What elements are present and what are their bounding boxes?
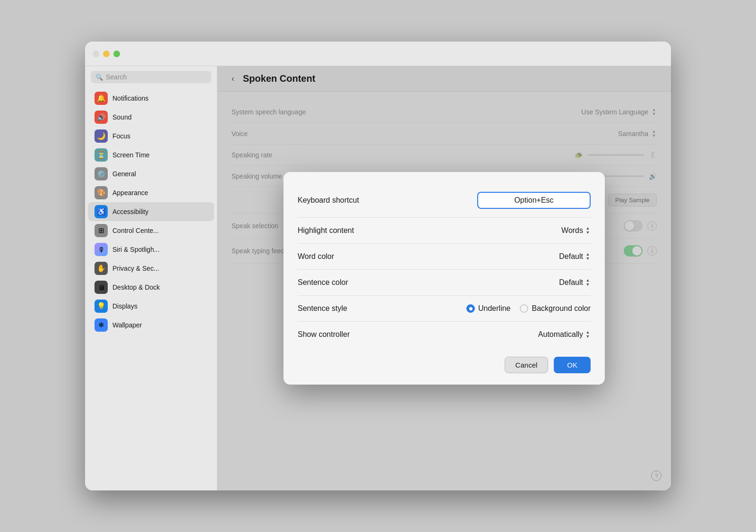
sidebar-item-desktop[interactable]: 🖥 Desktop & Dock [88, 278, 214, 297]
sentence-color-stepper-down[interactable]: ▼ [585, 283, 591, 287]
accessibility-icon: ♿ [94, 205, 108, 218]
desktop-icon: 🖥 [94, 281, 108, 294]
titlebar [85, 42, 671, 66]
sidebar-item-privacy[interactable]: ✋ Privacy & Sec... [88, 259, 214, 278]
appearance-icon: 🎨 [94, 186, 108, 199]
modal-highlight-content-label: Highlight content [298, 226, 354, 235]
modal-sentence-color-control[interactable]: Default ▲ ▼ [559, 278, 591, 287]
sidebar-item-notifications[interactable]: 🔔 Notifications [88, 89, 214, 108]
ok-button[interactable]: OK [554, 357, 591, 373]
sidebar-label-focus: Focus [112, 132, 130, 140]
screentime-icon: ⏳ [94, 148, 108, 162]
general-icon: ⚙️ [94, 167, 108, 180]
notifications-icon: 🔔 [94, 92, 108, 105]
highlight-stepper-down[interactable]: ▼ [585, 231, 591, 235]
underline-radio-circle[interactable] [466, 304, 475, 313]
modal-word-color-control[interactable]: Default ▲ ▼ [559, 252, 591, 261]
modal-sentence-style-label: Sentence style [298, 304, 347, 313]
sidebar-label-accessibility: Accessibility [112, 208, 148, 215]
sidebar-label-appearance: Appearance [112, 189, 148, 197]
modal-show-controller-label: Show controller [298, 330, 350, 339]
sidebar-label-general: General [112, 170, 136, 178]
show-controller-stepper-down[interactable]: ▼ [585, 335, 591, 339]
keyboard-shortcut-input[interactable] [477, 192, 591, 209]
displays-icon: 💡 [94, 300, 108, 313]
underline-radio-option[interactable]: Underline [466, 304, 510, 313]
modal-backdrop: Keyboard shortcut Highlight content Word… [217, 66, 671, 490]
window-body: 🔍 Search 🔔 Notifications 🔊 Sound 🌙 Focus… [85, 66, 671, 490]
show-controller-value: Automatically [538, 330, 583, 339]
sidebar-item-appearance[interactable]: 🎨 Appearance [88, 183, 214, 202]
wallpaper-icon: ❄ [94, 318, 108, 332]
word-color-stepper-down[interactable]: ▼ [585, 257, 591, 261]
main-content: ‹ Spoken Content System speech language … [217, 66, 671, 490]
modal-show-controller-control[interactable]: Automatically ▲ ▼ [538, 330, 591, 339]
modal-show-controller-row: Show controller Automatically ▲ ▼ [298, 322, 591, 347]
traffic-lights [93, 51, 120, 57]
sidebar-item-focus[interactable]: 🌙 Focus [88, 127, 214, 146]
modal-keyboard-shortcut-label: Keyboard shortcut [298, 196, 359, 205]
sidebar-item-accessibility[interactable]: ♿ Accessibility [88, 202, 214, 221]
sidebar-label-controlcenter: Control Cente... [112, 227, 159, 234]
main-window: 🔍 Search 🔔 Notifications 🔊 Sound 🌙 Focus… [85, 42, 671, 490]
background-color-radio-option[interactable]: Background color [520, 304, 591, 313]
maximize-button[interactable] [113, 51, 120, 57]
privacy-icon: ✋ [94, 262, 108, 275]
modal-sentence-color-label: Sentence color [298, 278, 348, 287]
sidebar-label-privacy: Privacy & Sec... [112, 265, 159, 272]
siri-icon: 🎙 [94, 243, 108, 256]
sidebar-item-general[interactable]: ⚙️ General [88, 164, 214, 183]
focus-icon: 🌙 [94, 129, 108, 143]
word-color-stepper[interactable]: ▲ ▼ [585, 253, 591, 261]
background-color-radio-circle[interactable] [520, 304, 528, 313]
sound-icon: 🔊 [94, 111, 108, 124]
modal-word-color-label: Word color [298, 252, 334, 261]
modal-keyboard-shortcut-row: Keyboard shortcut [298, 183, 591, 218]
sidebar-item-controlcenter[interactable]: ⊞ Control Cente... [88, 221, 214, 240]
highlight-content-value: Words [561, 226, 583, 235]
highlight-content-stepper[interactable]: ▲ ▼ [585, 227, 591, 235]
controlcenter-icon: ⊞ [94, 224, 108, 237]
background-color-radio-label: Background color [532, 304, 591, 313]
sidebar-label-displays: Displays [112, 302, 137, 310]
search-box[interactable]: 🔍 Search [91, 71, 211, 83]
modal-sentence-style-control: Underline Background color [466, 304, 591, 313]
modal-word-color-row: Word color Default ▲ ▼ [298, 244, 591, 270]
modal-highlight-content-control[interactable]: Words ▲ ▼ [561, 226, 591, 235]
show-controller-stepper[interactable]: ▲ ▼ [585, 331, 591, 339]
sentence-color-stepper[interactable]: ▲ ▼ [585, 279, 591, 287]
modal-highlight-content-row: Highlight content Words ▲ ▼ [298, 218, 591, 244]
modal-keyboard-shortcut-control [477, 192, 591, 209]
sidebar-label-notifications: Notifications [112, 94, 148, 102]
word-color-value: Default [559, 252, 583, 261]
cancel-button[interactable]: Cancel [505, 357, 549, 373]
sidebar-label-siri: Siri & Spotligh... [112, 246, 160, 253]
sentence-style-radio-group: Underline Background color [466, 304, 591, 313]
search-icon: 🔍 [95, 74, 103, 81]
sidebar-label-screentime: Screen Time [112, 151, 150, 159]
minimize-button[interactable] [103, 51, 110, 57]
modal-sentence-style-row: Sentence style Underline Back [298, 296, 591, 322]
sentence-color-value: Default [559, 278, 583, 287]
sidebar-label-desktop: Desktop & Dock [112, 283, 160, 291]
modal-sentence-color-row: Sentence color Default ▲ ▼ [298, 270, 591, 296]
sidebar-label-wallpaper: Wallpaper [112, 321, 142, 329]
modal-dialog: Keyboard shortcut Highlight content Word… [284, 172, 605, 385]
sidebar-label-sound: Sound [112, 113, 131, 121]
sidebar-item-displays[interactable]: 💡 Displays [88, 297, 214, 316]
modal-content: Keyboard shortcut Highlight content Word… [284, 172, 605, 347]
search-placeholder: Search [106, 73, 127, 81]
modal-footer: Cancel OK [284, 347, 605, 385]
sidebar-item-wallpaper[interactable]: ❄ Wallpaper [88, 316, 214, 335]
sidebar-item-siri[interactable]: 🎙 Siri & Spotligh... [88, 240, 214, 259]
sidebar-item-screentime[interactable]: ⏳ Screen Time [88, 146, 214, 164]
underline-radio-label: Underline [478, 304, 510, 313]
close-button[interactable] [93, 51, 99, 57]
sidebar: 🔍 Search 🔔 Notifications 🔊 Sound 🌙 Focus… [85, 66, 217, 490]
sidebar-item-sound[interactable]: 🔊 Sound [88, 108, 214, 127]
